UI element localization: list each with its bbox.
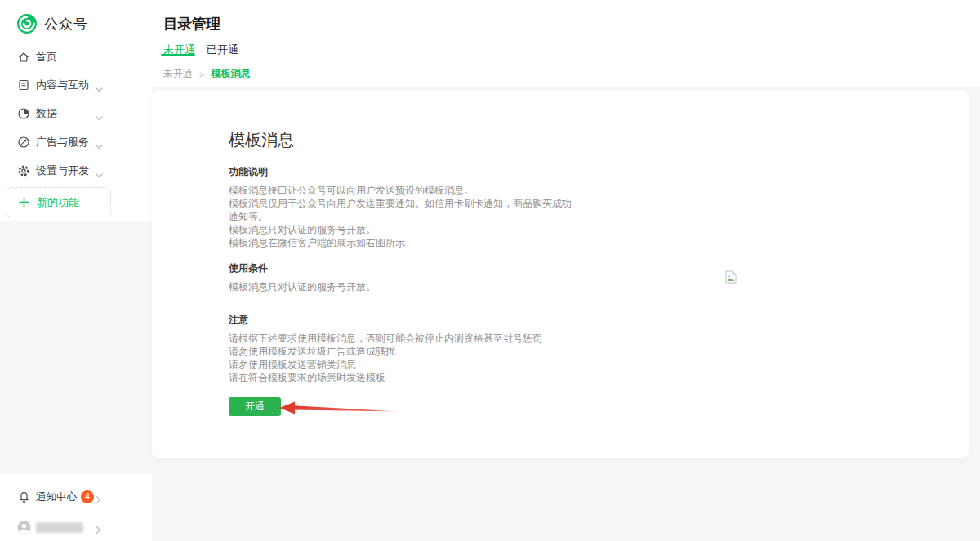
section-text-line: 请在符合模板要求的场景时发送模板 (229, 371, 539, 384)
brand-name: 公众号 (44, 15, 88, 34)
open-button[interactable]: 开通 (229, 397, 281, 416)
chevron-right-icon (96, 523, 101, 532)
gear-icon (17, 164, 30, 177)
account-row[interactable] (0, 518, 152, 536)
section-feature-description: 功能说明 模板消息接口让公众号可以向用户发送预设的模板消息。 模板消息仅用于公众… (229, 165, 539, 249)
sidebar-item-settings-dev[interactable]: 设置与开发 (0, 162, 152, 180)
brand-logo[interactable]: 公众号 (16, 13, 88, 34)
section-notice: 注意 请根据下述要求使用模板消息，否则可能会被停止内测资格甚至封号惩罚 请勿使用… (229, 313, 539, 384)
sidebar-item-home[interactable]: 首页 (0, 48, 152, 66)
feature-title: 模板消息 (229, 129, 294, 151)
plus-icon (19, 197, 29, 208)
section-text-line: 通知等。 (229, 210, 539, 223)
breadcrumb-parent[interactable]: 未开通 (163, 67, 193, 81)
section-heading: 注意 (229, 313, 539, 327)
chevron-right-icon (96, 493, 101, 502)
compass-icon (17, 136, 30, 149)
section-usage-conditions: 使用条件 模板消息只对认证的服务号开放。 (229, 262, 539, 293)
section-text-line: 模板消息接口让公众号可以向用户发送预设的模板消息。 (229, 184, 539, 197)
annotation-arrow-icon (278, 399, 402, 418)
page-title: 目录管理 (163, 14, 220, 34)
home-icon (17, 51, 30, 64)
account-name-redacted (36, 522, 83, 533)
notification-badge: 4 (81, 490, 94, 503)
broken-image-icon (725, 270, 737, 284)
tabs-divider (152, 56, 980, 56)
sidebar-item-new-feature[interactable]: 新的功能 (7, 187, 111, 217)
content-card: 模板消息 功能说明 模板消息接口让公众号可以向用户发送预设的模板消息。 模板消息… (152, 90, 969, 458)
section-text-line: 模板消息只对认证的服务号开放。 (229, 280, 539, 293)
breadcrumb: 未开通 > 模板消息 (163, 67, 250, 81)
avatar-icon (17, 520, 31, 534)
sidebar-item-content-interaction[interactable]: 内容与互动 (0, 76, 152, 94)
pie-chart-icon (17, 107, 30, 120)
breadcrumb-current[interactable]: 模板消息 (211, 67, 250, 81)
chevron-down-icon (95, 139, 104, 145)
chevron-down-icon (95, 168, 104, 174)
chevron-down-icon (95, 110, 104, 117)
section-text-line: 模板消息只对认证的服务号开放。 (229, 223, 539, 236)
section-text-line: 请勿使用模板发送营销类消息 (229, 358, 539, 371)
sidebar-item-data[interactable]: 数据 (0, 105, 152, 123)
chevron-down-icon (95, 82, 104, 88)
section-heading: 功能说明 (229, 165, 539, 179)
section-text-line: 模板消息在微信客户端的展示如右图所示 (229, 236, 539, 249)
breadcrumb-separator-icon: > (199, 69, 204, 79)
sidebar-item-ads-services[interactable]: 广告与服务 (0, 133, 152, 151)
section-heading: 使用条件 (229, 262, 539, 275)
bell-icon (17, 490, 31, 504)
section-text-line: 请根据下述要求使用模板消息，否则可能会被停止内测资格甚至封号惩罚 (229, 332, 539, 345)
document-icon (17, 78, 30, 92)
section-text-line: 模板消息仅用于公众号向用户发送重要通知。如信用卡刷卡通知，商品购买成功 (229, 197, 539, 210)
wechat-official-account-icon (16, 13, 38, 34)
notification-center[interactable]: 通知中心 4 (0, 488, 152, 506)
section-text-line: 请勿使用模板发送垃圾广告或造成骚扰 (229, 345, 539, 358)
